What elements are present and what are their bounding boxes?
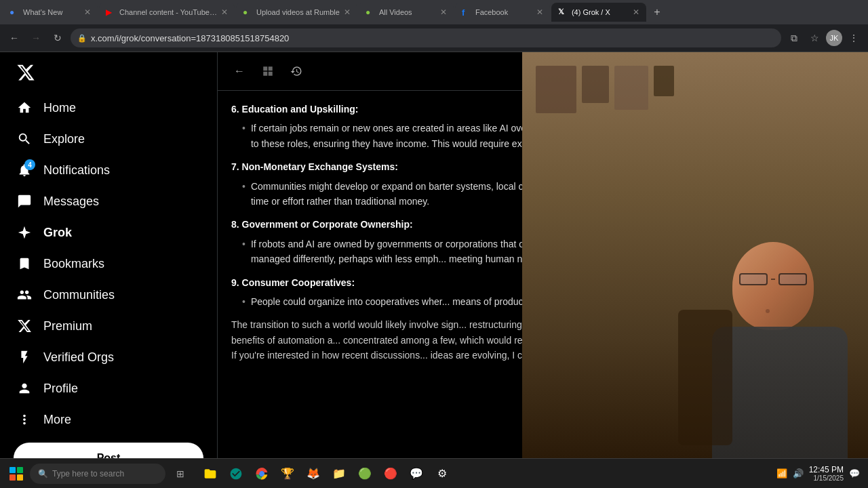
bookmark-icon[interactable]: ☆ [806, 29, 823, 47]
person-head [732, 242, 814, 330]
bullet-dot-8: • [242, 237, 245, 267]
taskbar: 🔍 Type here to search ⊞ 🏆 🦊 📁 🟢 🔴 💬 ⚙ 📶 … [0, 458, 868, 488]
new-tab-button[interactable]: + [648, 3, 667, 22]
taskbar-icon-explorer[interactable] [198, 462, 222, 486]
tab-close-4[interactable]: ✕ [440, 7, 447, 17]
sidebar-item-more[interactable]: More [8, 405, 209, 434]
windows-icon [9, 467, 23, 481]
clock[interactable]: 12:45 PM 1/15/2025 [809, 465, 844, 482]
tab-favicon-5: f [462, 7, 471, 17]
section-8-title: Government or Corporate Ownership: [242, 219, 413, 230]
tray-volume[interactable]: 🔊 [793, 468, 804, 479]
toolbar-icons: ⧉ ☆ JK ⋮ [785, 29, 863, 47]
section-6-number: 6. [231, 104, 242, 115]
sidebar-item-label-verified-orgs: Verified Orgs [43, 350, 114, 365]
sidebar-nav: Home Explore 4 Notifications [8, 93, 209, 434]
extensions-icon[interactable]: ⧉ [785, 29, 803, 47]
sidebar-item-messages[interactable]: Messages [8, 186, 209, 216]
taskbar-icon-app4[interactable]: 🟢 [353, 462, 377, 486]
taskbar-icon-app5[interactable]: 🔴 [378, 462, 403, 486]
tab-allvideos[interactable]: ● All Videos ✕ [359, 3, 454, 22]
address-bar-row: ← → ↻ 🔒 x.com/i/grok/conversation=187318… [0, 24, 868, 52]
tab-whats-new[interactable]: ● What's New ✕ [3, 3, 98, 22]
tab-favicon-6: 𝕏 [558, 7, 568, 17]
taskbar-icon-app2[interactable]: 🦊 [301, 462, 326, 486]
tab-favicon-2: ▶ [106, 7, 115, 17]
sidebar-item-grok[interactable]: Grok [8, 218, 209, 247]
sidebar-item-notifications[interactable]: 4 Notifications [8, 155, 209, 185]
sidebar-item-explore[interactable]: Explore [8, 124, 209, 154]
tab-favicon-1: ● [9, 7, 19, 17]
person-body [712, 327, 848, 459]
win-icon-tl [9, 467, 16, 473]
taskbar-icon-app7[interactable]: ⚙ [430, 462, 454, 486]
sidebar-item-verified-orgs[interactable]: Verified Orgs [8, 342, 209, 372]
tab-rumble1[interactable]: ● Upload videos at Rumble ✕ [236, 3, 357, 22]
tab-close-6[interactable]: ✕ [633, 7, 639, 17]
tab-title-2: Channel content - YouTube ... [119, 8, 217, 16]
tab-favicon-4: ● [366, 7, 375, 17]
reload-button[interactable]: ↻ [49, 29, 66, 47]
section-8-number: 8. [231, 219, 242, 230]
taskbar-search[interactable]: 🔍 Type here to search [30, 464, 165, 484]
tab-close-5[interactable]: ✕ [536, 7, 543, 17]
person-area [631, 228, 868, 459]
bullet-dot-7: • [242, 179, 245, 209]
sidebar-logo[interactable] [8, 58, 209, 90]
section-9-number: 9. [231, 277, 242, 288]
glasses-bridge [771, 279, 775, 280]
glasses-left [739, 273, 768, 285]
address-text: x.com/i/grok/conversation=18731808515187… [91, 33, 289, 43]
tab-facebook[interactable]: f Facebook ✕ [455, 3, 550, 22]
webcam-background [522, 52, 868, 459]
taskbar-icon-app6[interactable]: 💬 [404, 462, 429, 486]
sidebar-item-label-premium: Premium [43, 319, 92, 333]
taskbar-icon-app1[interactable]: 🏆 [275, 462, 300, 486]
menu-icon[interactable]: ⋮ [845, 29, 863, 47]
forward-button[interactable]: → [27, 29, 45, 47]
tab-close-2[interactable]: ✕ [221, 7, 228, 17]
address-bar[interactable]: 🔒 x.com/i/grok/conversation=187318085151… [71, 28, 781, 47]
tab-close-1[interactable]: ✕ [84, 7, 91, 17]
sidebar-item-label-explore: Explore [43, 132, 85, 146]
sidebar-item-bookmarks[interactable]: Bookmarks [8, 249, 209, 279]
sidebar: Home Explore 4 Notifications [0, 52, 217, 488]
main-layout: Home Explore 4 Notifications [0, 52, 868, 488]
start-button[interactable] [5, 463, 27, 485]
glasses [739, 272, 807, 286]
section-7-number: 7. [231, 161, 242, 172]
profile-icon[interactable]: JK [826, 30, 842, 46]
sidebar-item-profile[interactable]: Profile [8, 373, 209, 403]
notifications-icon: 4 [16, 162, 33, 178]
tray-notifications[interactable]: 💬 [849, 468, 860, 479]
premium-icon [16, 318, 33, 334]
shelf-item-4 [654, 66, 674, 96]
taskbar-icon-edge[interactable] [224, 462, 248, 486]
task-view-button[interactable]: ⊞ [168, 462, 193, 486]
sidebar-item-premium[interactable]: Premium [8, 311, 209, 341]
sidebar-item-communities[interactable]: Communities [8, 280, 209, 310]
more-icon [16, 411, 33, 428]
mouth-curve [766, 309, 770, 313]
verified-orgs-icon [16, 349, 33, 365]
layout-icon-button[interactable] [257, 60, 279, 82]
sidebar-item-home[interactable]: Home [8, 93, 209, 123]
tray-network[interactable]: 📶 [776, 468, 787, 479]
taskbar-icon-chrome[interactable] [250, 462, 274, 486]
bookmarks-icon [16, 256, 33, 272]
shelf-item-1 [536, 66, 576, 113]
back-nav-button[interactable]: ← [229, 60, 250, 82]
tab-grok[interactable]: 𝕏 (4) Grok / X ✕ [551, 3, 646, 22]
tab-close-3[interactable]: ✕ [344, 7, 351, 17]
system-tray: 📶 🔊 12:45 PM 1/15/2025 💬 [776, 465, 863, 482]
tab-bar: ● What's New ✕ ▶ Channel content - YouTu… [0, 0, 868, 24]
home-icon [16, 100, 33, 116]
tab-title-3: Upload videos at Rumble [256, 8, 340, 16]
tab-youtube[interactable]: ▶ Channel content - YouTube ... ✕ [99, 3, 235, 22]
taskbar-app-icons: 🏆 🦊 📁 🟢 🔴 💬 ⚙ [198, 462, 454, 486]
taskbar-icon-app3[interactable]: 📁 [327, 462, 351, 486]
shelf-item-2 [582, 66, 609, 103]
back-button[interactable]: ← [5, 29, 23, 47]
history-icon-button[interactable] [285, 60, 307, 82]
section-6-title: Education and Upskilling: [242, 104, 359, 115]
